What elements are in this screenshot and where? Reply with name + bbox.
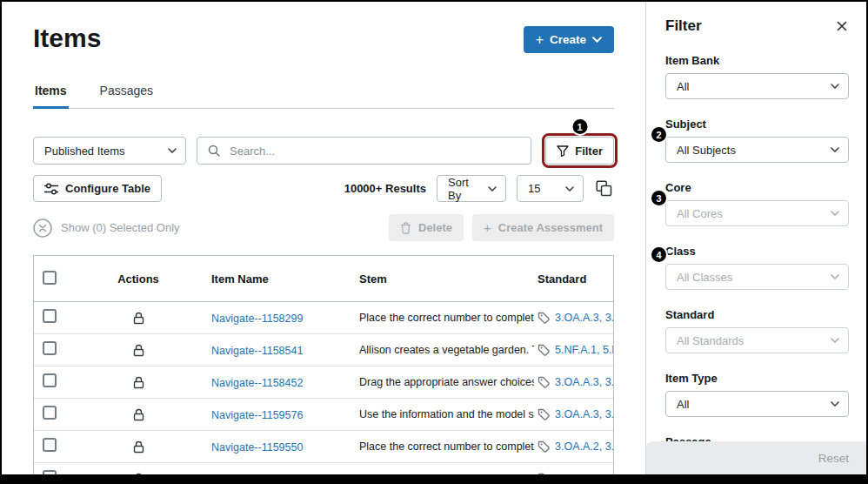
chevron-down-icon — [831, 401, 839, 407]
view-select-value: Published Items — [44, 145, 125, 158]
items-table: Actions Item Name Stem Standard Navigate… — [33, 255, 614, 484]
core-select: All Cores — [665, 200, 849, 226]
filter-field-subject: Subject All Subjects — [665, 118, 849, 163]
table-row: Navigate--1158299 Place the correct numb… — [34, 302, 613, 334]
item-type-select[interactable]: All — [665, 391, 849, 417]
filter-field-label: Class — [665, 245, 849, 258]
copy-view-button[interactable] — [594, 178, 614, 198]
delete-label: Delete — [418, 221, 452, 234]
clear-selection-icon[interactable] — [33, 218, 52, 238]
standard-link[interactable]: 3.OA.A.3, 3.O — [555, 408, 613, 420]
close-icon[interactable] — [835, 19, 849, 33]
row-checkbox[interactable] — [43, 406, 57, 420]
filter-button[interactable]: Filter — [545, 137, 614, 165]
configure-table-label: Configure Table — [65, 182, 150, 195]
row-checkbox[interactable] — [43, 438, 57, 452]
tab-bar: Items Passages — [33, 84, 614, 109]
plus-icon: + — [536, 33, 544, 47]
standard-link[interactable]: 5.NF.A.1, 5.N — [555, 344, 613, 356]
create-button[interactable]: + Create — [524, 26, 614, 53]
filter-panel-footer: Reset — [646, 441, 866, 474]
column-header-standard: Standard — [534, 272, 613, 286]
search-icon — [208, 145, 220, 157]
filter-field-item-bank: Item Bank All — [665, 54, 849, 99]
sliders-icon — [44, 183, 58, 195]
standard-link[interactable]: 3.OA.A.3, 3.O — [555, 376, 613, 388]
item-type-value: All — [677, 398, 689, 411]
page-title: Items — [33, 23, 101, 54]
page-size-select[interactable]: 15 — [517, 175, 584, 202]
filter-field-standard: Standard All Standards — [665, 308, 849, 353]
table-row: Navigate--1159576 Use the information an… — [34, 399, 613, 431]
column-header-stem: Stem — [356, 272, 534, 286]
copy-icon — [596, 180, 612, 197]
create-button-label: Create — [550, 33, 586, 46]
search-box — [197, 137, 531, 165]
search-input[interactable] — [228, 144, 520, 158]
filter-field-label: Item Type — [665, 372, 849, 385]
tab-items[interactable]: Items — [33, 84, 69, 108]
column-header-item-name: Item Name — [208, 272, 356, 286]
item-stem: Use the information and the model sh... — [356, 408, 534, 420]
chevron-down-icon — [565, 186, 574, 192]
standard-link[interactable]: 3.OA.A.3, 3.O — [555, 312, 613, 324]
tab-passages[interactable]: Passages — [98, 84, 155, 108]
filter-panel-title: Filter — [665, 17, 702, 35]
table-header-row: Actions Item Name Stem Standard — [34, 256, 613, 302]
table-toolbar: Configure Table 10000+ Results Sort By 1… — [33, 175, 614, 202]
filter-field-label: Item Bank — [665, 54, 849, 67]
app-window: Items + Create Items Passages Published … — [0, 0, 868, 484]
column-header-actions: Actions — [69, 272, 208, 286]
callout-badge-3: 3 — [650, 189, 668, 207]
item-stem: Place the correct number to complete... — [356, 440, 534, 453]
show-selected-label[interactable]: Show (0) Selected Only — [61, 221, 180, 234]
chevron-down-icon — [831, 211, 839, 216]
item-name-link[interactable]: Navigate--1158452 — [211, 377, 303, 389]
item-bank-value: All — [677, 80, 689, 93]
plus-icon: + — [484, 220, 491, 235]
delete-button[interactable]: Delete — [389, 214, 464, 241]
row-checkbox[interactable] — [43, 309, 57, 323]
filter-field-label: Standard — [665, 308, 849, 321]
create-assessment-label: Create Assessment — [498, 221, 603, 234]
subject-select[interactable]: All Subjects — [665, 137, 849, 163]
item-name-link[interactable]: Navigate--1159576 — [211, 409, 303, 421]
tag-icon — [537, 312, 550, 324]
row-checkbox[interactable] — [43, 373, 57, 387]
sort-by-label: Sort By — [448, 176, 481, 202]
funnel-icon — [557, 145, 569, 157]
reset-button[interactable]: Reset — [818, 452, 849, 465]
filter-field-core: Core All Cores — [665, 181, 849, 226]
standard-link[interactable]: 3.OA.A.2, 3.O — [555, 440, 613, 453]
callout-badge-2: 2 — [650, 125, 668, 144]
filter-field-class: Class All Classes — [665, 245, 849, 290]
configure-table-button[interactable]: Configure Table — [33, 175, 162, 202]
item-stem: Drag the appropriate answer choices ... — [356, 376, 534, 388]
item-name-link[interactable]: Navigate--1158299 — [211, 313, 303, 325]
filter-toolbar: Published Items 1 Filter — [33, 137, 614, 165]
item-stem: Allison creates a vegetable garden. To..… — [356, 344, 534, 356]
items-page: Items + Create Items Passages Published … — [2, 2, 645, 482]
filter-panel-header: Filter — [665, 16, 849, 37]
view-select[interactable]: Published Items — [33, 137, 186, 165]
sort-by-select[interactable]: Sort By — [437, 175, 506, 202]
item-name-link[interactable]: Navigate--1158541 — [211, 345, 303, 357]
item-name-link[interactable]: Navigate--1159550 — [211, 441, 303, 454]
filter-button-label: Filter — [575, 145, 603, 158]
selection-bar: Show (0) Selected Only Delete + Create A… — [33, 214, 614, 241]
row-checkbox[interactable] — [43, 341, 57, 355]
filter-panel: Filter Item Bank All Subject All Subject… — [645, 2, 866, 482]
screenshot-bottom-border — [2, 474, 866, 482]
item-bank-select[interactable]: All — [665, 73, 849, 99]
tag-icon — [537, 440, 550, 453]
select-all-checkbox[interactable] — [43, 271, 57, 285]
chevron-down-icon — [168, 148, 177, 153]
core-value: All Cores — [677, 207, 723, 220]
create-assessment-button[interactable]: + Create Assessment — [472, 214, 614, 241]
subject-value: All Subjects — [677, 144, 736, 157]
chevron-down-icon — [488, 186, 497, 192]
filter-field-label: Core — [665, 181, 849, 194]
filter-field-item-type: Item Type All — [665, 372, 849, 417]
results-count: 10000+ Results — [344, 182, 426, 195]
lock-icon — [133, 344, 144, 357]
